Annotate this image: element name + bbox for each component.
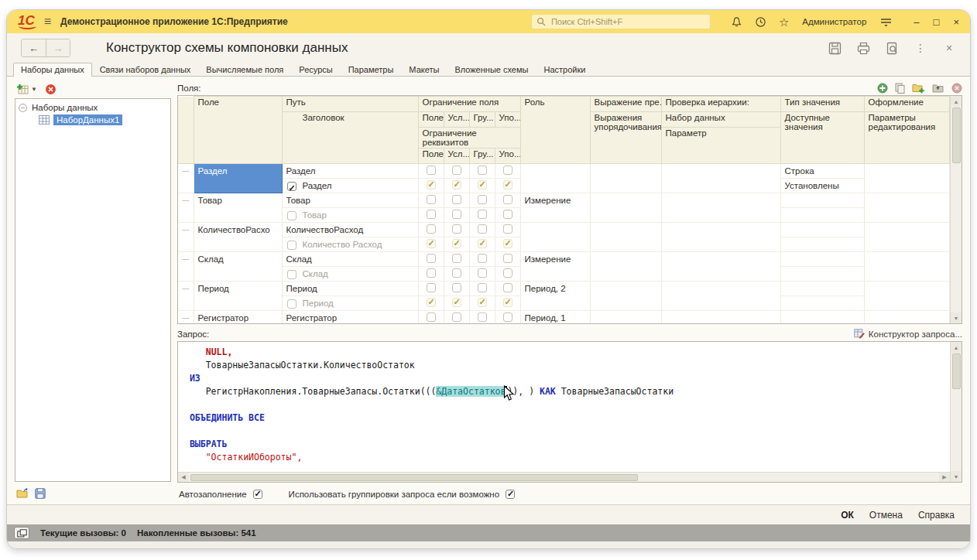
field-restriction-checkbox-0[interactable] [427,195,436,204]
field-restriction-cell[interactable] [418,252,444,267]
scrollbar-thumb[interactable] [952,108,961,163]
field-restriction-cell[interactable] [418,282,444,296]
role-cell[interactable]: Период, 2 [520,282,590,311]
field-restriction-checkbox-3[interactable] [503,195,512,204]
dataset-item[interactable]: НаборДанных1 [39,114,167,125]
col-header-edit-params[interactable]: Параметры редактирования [864,112,949,164]
field-restriction-cell[interactable] [495,193,520,208]
col-header-restr-order2[interactable]: Упо... [495,149,520,164]
main-menu-hamburger-icon[interactable]: ≡ [44,15,51,28]
attr-restriction-cell[interactable] [444,208,469,223]
attr-restriction-checkbox-2[interactable] [478,239,487,248]
row-handle[interactable]: — [178,252,194,282]
col-header-restr-cond[interactable]: Усл... [444,112,469,128]
path-cell[interactable]: КоличествоРасход [282,223,418,237]
save-schema-button[interactable] [35,488,46,499]
favorites-star-icon[interactable]: ☆ [779,16,789,28]
field-restriction-cell[interactable] [469,193,495,208]
appearance-cell[interactable] [864,193,949,223]
field-restriction-cell[interactable] [418,164,444,179]
col-header-hierarchy-dataset[interactable]: Набор данных [661,112,780,128]
field-restriction-cell[interactable] [469,223,495,237]
col-header-restr-group[interactable]: Гру... [469,112,495,128]
col-header-appearance[interactable]: Оформление [864,97,949,112]
tab-1[interactable]: Связи наборов данных [92,63,199,76]
scroll-right-arrow-icon[interactable]: ▶ [939,473,950,482]
field-restriction-checkbox-3[interactable] [503,283,512,292]
attr-restriction-cell[interactable] [418,179,444,193]
role-cell[interactable]: Период, 1 [520,311,590,324]
row-handle[interactable]: — [178,164,194,193]
field-restriction-checkbox-2[interactable] [478,283,487,292]
hierarchy-check-cell[interactable] [661,193,780,223]
attr-restriction-cell[interactable] [444,179,469,193]
use-groups-checkbox[interactable] [506,490,515,499]
attr-restriction-cell[interactable] [418,208,444,223]
autofill-checkbox[interactable] [253,490,262,499]
attr-restriction-checkbox-3[interactable] [503,239,512,248]
scroll-up-arrow-icon[interactable]: ▲ [951,96,962,107]
field-restriction-checkbox-3[interactable] [503,224,512,234]
field-restriction-checkbox-0[interactable] [427,166,436,175]
col-header-restr-group2[interactable]: Гру... [469,149,495,164]
appearance-cell[interactable] [864,252,949,282]
hierarchy-check-cell[interactable] [661,164,780,193]
role-cell[interactable]: Измерение [520,193,590,223]
hierarchy-check-cell[interactable] [661,282,780,311]
attr-restriction-checkbox-2[interactable] [478,298,487,307]
tab-6[interactable]: Вложенные схемы [447,63,536,76]
query-horizontal-scrollbar[interactable]: ◀ ▶ [178,472,950,482]
calls-icon[interactable] [14,527,29,539]
field-name-cell[interactable]: Раздел [194,164,282,193]
path-cell[interactable]: Товар [282,193,418,208]
col-header-order-expr-sub[interactable]: Выражения упорядочивания [590,112,661,164]
path-cell[interactable]: Период [282,282,418,296]
attr-restriction-checkbox-2[interactable] [478,210,487,219]
available-values-cell[interactable] [780,237,864,252]
ok-button[interactable]: ОК [841,510,854,521]
print-icon-button[interactable] [856,41,870,55]
attr-restriction-checkbox-1[interactable] [452,268,461,278]
field-restriction-checkbox-0[interactable] [427,224,436,234]
order-expression-cell[interactable] [590,252,661,282]
tab-0[interactable]: Наборы данных [13,63,92,77]
service-menu-icon[interactable] [879,15,892,28]
attr-restriction-checkbox-0[interactable] [427,239,436,248]
field-name-cell[interactable]: КоличествоРасхо [194,223,282,252]
attr-restriction-checkbox-1[interactable] [452,210,461,219]
field-restriction-cell[interactable] [469,252,495,267]
field-restriction-checkbox-1[interactable] [452,166,461,175]
datasets-tree[interactable]: − Наборы данных НаборДанных1 [15,98,171,482]
attr-restriction-checkbox-3[interactable] [503,268,512,278]
field-restriction-checkbox-0[interactable] [427,283,436,292]
field-restriction-cell[interactable] [418,223,444,237]
field-restriction-checkbox-0[interactable] [427,254,436,263]
field-restriction-checkbox-3[interactable] [503,166,512,175]
attr-restriction-checkbox-0[interactable] [427,180,436,190]
title-cell[interactable]: Товар [282,208,418,223]
col-header-path[interactable]: Путь [282,97,418,112]
field-restriction-checkbox-3[interactable] [503,312,512,322]
available-values-cell[interactable] [780,296,864,311]
attr-restriction-cell[interactable] [418,296,444,311]
value-type-cell[interactable] [780,252,864,267]
field-restriction-cell[interactable] [444,223,469,237]
path-cell[interactable]: Регистратор [282,311,418,324]
path-cell[interactable]: Склад [282,252,418,267]
value-type-cell[interactable]: Строка [780,164,864,179]
title-cell[interactable]: Количество Расход [282,237,418,252]
nav-forward-button[interactable]: → [46,39,70,56]
tab-2[interactable]: Вычисляемые поля [198,63,291,76]
value-type-cell[interactable] [780,223,864,237]
order-expression-cell[interactable] [590,223,661,252]
col-header-field[interactable]: Поле [194,97,282,164]
hierarchy-check-cell[interactable] [661,252,780,282]
nav-back-button[interactable]: ← [22,39,46,56]
attr-restriction-cell[interactable] [495,267,520,282]
col-header-attr-restriction[interactable]: Ограничение реквизитов [418,128,520,149]
query-vertical-scrollbar[interactable]: ▲ ▼ [950,342,962,482]
col-header-field-restriction[interactable]: Ограничение поля [418,97,520,112]
col-header-restr-field[interactable]: Поле [418,112,444,128]
move-to-group-button[interactable] [932,83,944,94]
attr-restriction-cell[interactable] [444,296,469,311]
